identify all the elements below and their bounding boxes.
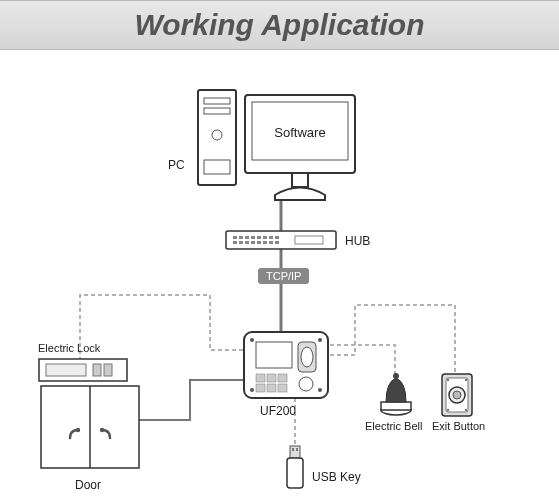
svg-rect-13 xyxy=(239,236,243,239)
svg-rect-15 xyxy=(251,236,255,239)
svg-point-63 xyxy=(447,379,449,381)
controller-icon xyxy=(242,330,330,402)
exit-button-icon xyxy=(440,372,474,418)
exit-node xyxy=(440,372,474,418)
svg-rect-26 xyxy=(269,241,273,244)
svg-point-31 xyxy=(318,338,322,342)
svg-rect-57 xyxy=(381,402,411,410)
svg-rect-55 xyxy=(287,458,303,488)
svg-rect-52 xyxy=(290,446,300,458)
diagram-canvas: Software PC HUB TCP/IP xyxy=(0,50,559,501)
svg-rect-21 xyxy=(239,241,243,244)
lock-node xyxy=(38,358,128,388)
svg-rect-46 xyxy=(93,364,101,376)
svg-point-30 xyxy=(250,338,254,342)
svg-point-66 xyxy=(465,409,467,411)
usb-node xyxy=(283,445,307,491)
svg-rect-38 xyxy=(267,374,276,382)
protocol-label: TCP/IP xyxy=(266,270,301,282)
page-title: Working Application xyxy=(135,8,425,42)
svg-rect-40 xyxy=(256,384,265,392)
svg-rect-25 xyxy=(263,241,267,244)
svg-rect-37 xyxy=(256,374,265,382)
svg-point-62 xyxy=(453,391,461,399)
hub-icon xyxy=(225,230,337,252)
svg-rect-16 xyxy=(257,236,261,239)
pc-icon xyxy=(190,80,370,210)
svg-point-51 xyxy=(100,428,104,432)
svg-rect-53 xyxy=(292,448,294,451)
pc-label: PC xyxy=(168,158,185,172)
svg-rect-39 xyxy=(278,374,287,382)
svg-rect-19 xyxy=(275,236,279,239)
svg-point-32 xyxy=(250,388,254,392)
svg-rect-42 xyxy=(278,384,287,392)
svg-point-36 xyxy=(301,347,313,367)
svg-point-58 xyxy=(393,373,399,379)
door-node xyxy=(40,385,140,475)
svg-rect-11 xyxy=(226,231,336,249)
svg-point-33 xyxy=(318,388,322,392)
svg-rect-20 xyxy=(233,241,237,244)
controller-node xyxy=(242,330,330,402)
hub-label: HUB xyxy=(345,234,370,248)
svg-point-64 xyxy=(465,379,467,381)
svg-rect-14 xyxy=(245,236,249,239)
bell-icon xyxy=(378,372,414,418)
svg-rect-10 xyxy=(292,173,308,187)
protocol-badge: TCP/IP xyxy=(258,268,309,284)
usb-label: USB Key xyxy=(312,470,361,484)
pc-node: Software xyxy=(190,80,370,210)
svg-rect-17 xyxy=(263,236,267,239)
svg-rect-47 xyxy=(104,364,112,376)
hub-node xyxy=(225,230,337,252)
door-label: Door xyxy=(75,478,101,492)
svg-rect-22 xyxy=(245,241,249,244)
svg-rect-34 xyxy=(256,342,292,368)
title-bar: Working Application xyxy=(0,0,559,50)
lock-icon xyxy=(38,358,128,388)
svg-rect-45 xyxy=(46,364,86,376)
usb-icon xyxy=(283,445,307,491)
exit-label: Exit Button xyxy=(432,420,485,432)
software-label: Software xyxy=(260,125,340,140)
bell-label: Electric Bell xyxy=(365,420,422,432)
svg-rect-54 xyxy=(296,448,298,451)
svg-rect-24 xyxy=(257,241,261,244)
svg-rect-41 xyxy=(267,384,276,392)
svg-point-65 xyxy=(447,409,449,411)
svg-point-50 xyxy=(76,428,80,432)
svg-rect-27 xyxy=(275,241,279,244)
lock-label: Electric Lock xyxy=(38,342,100,354)
controller-label: UF200 xyxy=(260,404,296,418)
svg-point-43 xyxy=(299,377,313,391)
door-icon xyxy=(40,385,140,475)
svg-rect-18 xyxy=(269,236,273,239)
svg-rect-23 xyxy=(251,241,255,244)
svg-rect-12 xyxy=(233,236,237,239)
bell-node xyxy=(378,372,414,418)
